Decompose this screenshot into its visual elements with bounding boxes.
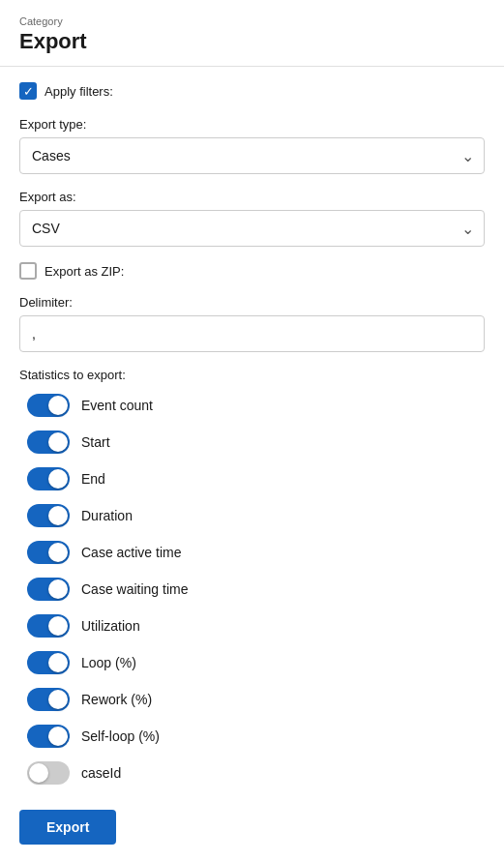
toggle-thumb — [48, 432, 68, 452]
toggle-label-utilization: Utilization — [81, 618, 140, 634]
chevron-down-icon: ⌄ — [461, 147, 474, 165]
page-container: Category Export ✓ Apply filters: Export … — [0, 0, 504, 861]
toggle-row-caseid: caseId — [19, 761, 485, 785]
delimiter-label: Delimiter: — [19, 295, 485, 310]
toggle-label-start: Start — [81, 434, 110, 450]
export-zip-label: Export as ZIP: — [44, 264, 124, 279]
toggle-label-event-count: Event count — [81, 398, 153, 413]
export-type-label: Export type: — [19, 117, 485, 132]
export-zip-checkbox[interactable] — [19, 262, 37, 280]
toggle-label-rework: Rework (%) — [81, 692, 152, 707]
toggle-thumb — [48, 506, 68, 525]
export-type-select[interactable]: Cases ⌄ — [19, 137, 485, 174]
export-type-field: Export type: Cases ⌄ — [19, 117, 485, 174]
toggle-thumb — [48, 653, 68, 672]
toggle-label-case-active-time: Case active time — [81, 545, 181, 560]
toggle-utilization[interactable] — [27, 614, 70, 638]
toggle-rework[interactable] — [27, 688, 70, 711]
toggle-row-event-count: Event count — [19, 394, 485, 417]
delimiter-input[interactable] — [19, 315, 485, 352]
toggle-start[interactable] — [27, 430, 70, 454]
toggle-thumb — [48, 579, 68, 599]
toggle-row-loop: Loop (%) — [19, 651, 485, 674]
toggle-case-active-time[interactable] — [27, 541, 70, 564]
export-as-field: Export as: CSV ⌄ — [19, 190, 485, 247]
header-section: Category Export — [0, 0, 504, 67]
toggle-label-loop: Loop (%) — [81, 655, 136, 670]
toggle-row-case-waiting-time: Case waiting time — [19, 578, 485, 601]
toggle-label-caseid: caseId — [81, 765, 121, 781]
toggle-row-start: Start — [19, 430, 485, 454]
toggle-thumb — [48, 396, 68, 415]
statistics-label: Statistics to export: — [19, 368, 485, 382]
delimiter-field: Delimiter: — [19, 295, 485, 352]
toggle-self-loop[interactable] — [27, 725, 70, 748]
toggle-duration[interactable] — [27, 504, 70, 527]
chevron-down-icon-2: ⌄ — [461, 220, 474, 238]
apply-filters-checkbox[interactable]: ✓ — [19, 82, 37, 100]
toggle-thumb — [48, 543, 68, 562]
page-title: Export — [19, 29, 485, 54]
toggle-loop[interactable] — [27, 651, 70, 674]
export-as-label: Export as: — [19, 190, 485, 204]
toggle-thumb — [48, 727, 68, 746]
export-as-select[interactable]: CSV ⌄ — [19, 210, 485, 247]
toggle-end[interactable] — [27, 467, 70, 490]
export-button[interactable]: Export — [19, 810, 116, 845]
toggle-thumb — [29, 763, 48, 783]
toggle-row-utilization: Utilization — [19, 614, 485, 638]
export-as-value: CSV — [32, 221, 60, 236]
toggle-row-duration: Duration — [19, 504, 485, 527]
apply-filters-row: ✓ Apply filters: — [19, 82, 485, 100]
toggle-label-self-loop: Self-loop (%) — [81, 728, 160, 744]
export-zip-row: Export as ZIP: — [19, 262, 485, 280]
toggle-caseid[interactable] — [27, 761, 70, 785]
toggle-event-count[interactable] — [27, 394, 70, 417]
toggle-label-case-waiting-time: Case waiting time — [81, 581, 189, 597]
category-label: Category — [19, 15, 485, 27]
statistics-list: Event countStartEndDurationCase active t… — [19, 394, 485, 785]
toggle-row-end: End — [19, 467, 485, 490]
toggle-label-end: End — [81, 471, 105, 487]
toggle-row-self-loop: Self-loop (%) — [19, 725, 485, 748]
toggle-case-waiting-time[interactable] — [27, 578, 70, 601]
checkmark-icon: ✓ — [23, 85, 34, 98]
toggle-row-rework: Rework (%) — [19, 688, 485, 711]
toggle-label-duration: Duration — [81, 508, 133, 523]
export-type-value: Cases — [32, 148, 71, 163]
apply-filters-label: Apply filters: — [44, 84, 113, 99]
content-section: ✓ Apply filters: Export type: Cases ⌄ Ex… — [0, 67, 504, 860]
toggle-thumb — [48, 690, 68, 709]
toggle-thumb — [48, 616, 68, 636]
toggle-thumb — [48, 469, 68, 489]
toggle-row-case-active-time: Case active time — [19, 541, 485, 564]
